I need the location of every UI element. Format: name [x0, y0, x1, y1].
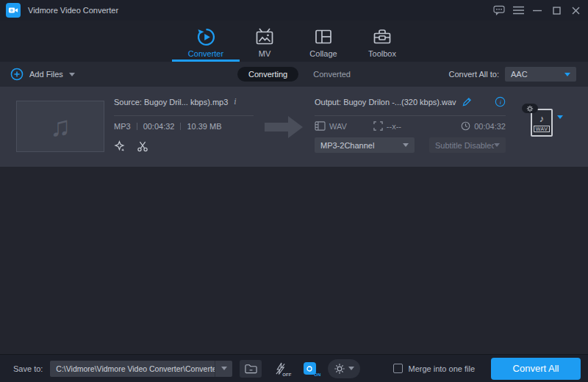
film-icon: [315, 121, 326, 131]
hardware-acceleration-off-button[interactable]: OFF: [269, 360, 291, 378]
tab-converter-label: Converter: [188, 49, 223, 58]
folder-icon: [245, 364, 257, 374]
cut-scissors-icon[interactable]: [136, 140, 149, 153]
filter-tabs: Converting Converted: [237, 62, 351, 87]
save-path-dropdown[interactable]: [215, 361, 232, 377]
gear-icon: [334, 363, 345, 375]
tab-converting[interactable]: Converting: [237, 67, 298, 82]
open-folder-button[interactable]: [240, 360, 262, 378]
tab-collage-label: Collage: [309, 49, 337, 58]
tab-toolbox[interactable]: Toolbox: [353, 21, 412, 62]
window-title: Vidmore Video Converter: [28, 6, 118, 15]
format-settings-gear-icon[interactable]: [522, 104, 538, 113]
settings-caret-icon: [348, 367, 354, 370]
tv-image-icon: [255, 26, 274, 47]
tab-collage[interactable]: Collage: [294, 21, 353, 62]
format-dropdown-caret-icon[interactable]: [557, 119, 563, 132]
clock-icon: [461, 121, 470, 131]
file-music-note-icon: ♪: [539, 114, 545, 123]
close-icon[interactable]: [566, 0, 585, 21]
split-panels-icon: [314, 26, 333, 47]
save-path-value: C:\Vidmore\Vidmore Video Converter\Conve…: [50, 364, 215, 373]
output-format-value: WAV: [329, 122, 347, 131]
minimize-icon[interactable]: [528, 0, 547, 21]
convert-all-to-group: Convert All to: AAC: [449, 62, 576, 87]
tab-converter[interactable]: Converter: [176, 21, 235, 62]
merge-label: Merge into one file: [409, 364, 476, 373]
source-duration: 00:04:32: [143, 122, 175, 131]
convert-all-button[interactable]: Convert All: [491, 358, 581, 380]
add-files-button[interactable]: Add Files: [10, 68, 75, 81]
menu-icon[interactable]: [509, 0, 528, 21]
settings-button[interactable]: [328, 359, 360, 378]
source-meta: MP3 00:04:32 10.39 MB: [114, 122, 222, 131]
merge-checkbox[interactable]: [393, 364, 403, 373]
main-nav: Converter MV Collage Toolbox: [0, 21, 588, 62]
convert-all-to-label: Convert All to:: [449, 70, 499, 79]
source-divider: [114, 115, 254, 116]
add-plus-icon: [10, 68, 24, 81]
toolbox-icon: [373, 26, 392, 47]
maximize-icon[interactable]: [547, 0, 566, 21]
output-line: Output: Bugoy Drilon -...(320 kbps).wav …: [315, 96, 506, 107]
caret-down-icon: [221, 367, 227, 370]
separator: [137, 123, 137, 130]
rename-pencil-icon[interactable]: [462, 97, 472, 107]
gpu-on-state: ON: [314, 372, 320, 377]
add-files-caret-icon: [69, 73, 75, 76]
convert-all-to-value: AAC: [511, 70, 564, 79]
media-file-row[interactable]: ♫ Source: Bugoy Dril... kbps).mp3 i MP3 …: [0, 87, 588, 167]
convert-all-to-select[interactable]: AAC: [505, 67, 576, 82]
file-thumbnail: ♫: [16, 101, 104, 152]
save-path-field[interactable]: C:\Vidmore\Vidmore Video Converter\Conve…: [50, 361, 232, 377]
output-filename: Output: Bugoy Drilon -...(320 kbps).wav: [315, 98, 456, 107]
edit-effects-icon[interactable]: [112, 140, 126, 153]
tab-mv-label: MV: [259, 49, 271, 58]
gpu-acceleration-on-button[interactable]: ON: [298, 360, 320, 378]
output-duration-stat: 00:04:32: [461, 121, 506, 131]
convert-all-to-caret-icon: [564, 73, 570, 76]
hardware-off-state: OFF: [282, 372, 291, 377]
save-to-label: Save to:: [13, 364, 43, 373]
output-stats: WAV --x-- 00:04:32: [315, 121, 506, 131]
resolution-corners-icon: [373, 121, 383, 131]
separator: [180, 123, 181, 130]
subtitle-select[interactable]: Subtitle Disabled: [429, 137, 506, 153]
source-filename: Source: Bugoy Dril... kbps).mp3: [114, 98, 228, 107]
source-line: Source: Bugoy Dril... kbps).mp3 i: [114, 96, 237, 107]
app-logo-icon: [6, 3, 21, 18]
feedback-icon[interactable]: [490, 0, 509, 21]
output-info-icon[interactable]: i: [495, 96, 506, 107]
output-format-stat: WAV: [315, 121, 347, 131]
caret-down-icon: [557, 115, 563, 131]
tab-converted[interactable]: Converted: [313, 70, 351, 79]
tab-toolbox-label: Toolbox: [368, 49, 396, 58]
output-duration-value: 00:04:32: [474, 122, 506, 131]
output-resolution-stat: --x--: [373, 121, 401, 131]
subtitle-caret-icon: [494, 143, 500, 147]
output-divider: [315, 115, 506, 116]
add-files-label: Add Files: [29, 70, 63, 79]
converter-toolbar: Add Files Converting Converted Convert A…: [0, 62, 588, 87]
bottom-bar: Save to: C:\Vidmore\Vidmore Video Conver…: [0, 354, 588, 382]
svg-text:i: i: [500, 98, 502, 106]
output-resolution-value: --x--: [387, 122, 401, 131]
row-actions: [112, 140, 149, 153]
source-info-icon[interactable]: i: [234, 96, 236, 107]
source-size: 10.39 MB: [187, 122, 221, 131]
vidmore-video-converter-window: Vidmore Video Converter Converter: [0, 0, 588, 382]
target-format-badge: WAV: [534, 126, 551, 132]
convert-arrow-icon: [263, 113, 304, 144]
converter-icon: [196, 26, 216, 47]
file-list-empty-area: [0, 167, 588, 354]
source-format: MP3: [114, 122, 131, 131]
title-bar: Vidmore Video Converter: [0, 0, 588, 21]
audio-track-value: MP3-2Channel: [320, 141, 403, 150]
audio-track-select[interactable]: MP3-2Channel: [315, 137, 415, 153]
tab-mv[interactable]: MV: [235, 21, 294, 62]
subtitle-value: Subtitle Disabled: [435, 141, 494, 150]
audio-track-caret-icon: [403, 143, 409, 147]
music-note-icon: ♫: [50, 112, 71, 140]
merge-into-one-file-option[interactable]: Merge into one file: [393, 364, 476, 373]
